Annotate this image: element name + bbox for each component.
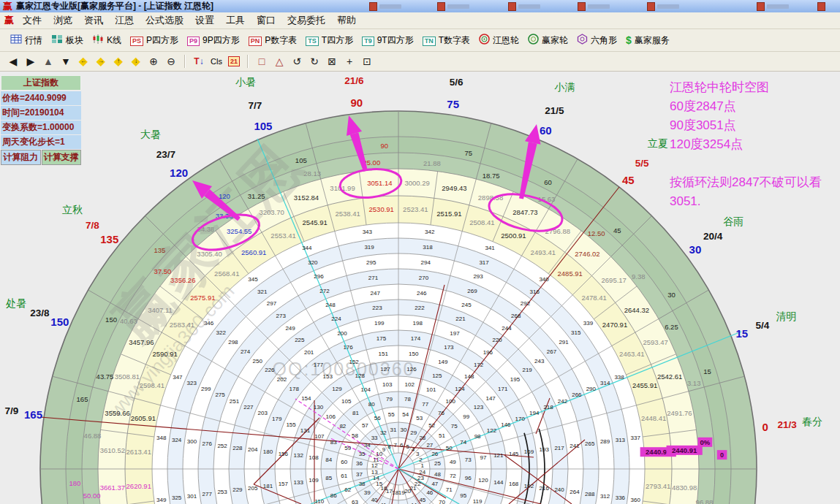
spiral-number: 289	[600, 438, 610, 445]
spiral-number: 272	[319, 288, 330, 294]
spiral-number: 149	[438, 359, 448, 365]
spiral-number: 30	[401, 427, 407, 433]
menu-item-3[interactable]: 江恩	[109, 15, 140, 26]
toolbar-button-六角形[interactable]: 六角形	[572, 32, 621, 48]
select-box-icon[interactable]: ⊠	[326, 55, 338, 68]
spiral-number: 218	[543, 404, 553, 411]
percent-label: 18.75	[483, 172, 500, 180]
zoom-in-icon[interactable]: ⊕	[148, 55, 159, 68]
price-label-inner: 2553.41	[270, 232, 295, 240]
spiral-number: 223	[372, 305, 382, 311]
rotate-ccw-icon[interactable]: ↺	[291, 55, 303, 68]
menu-item-0[interactable]: 文件	[17, 15, 48, 26]
spiral-number: 216	[540, 485, 550, 492]
percent-label: 46.88	[84, 432, 102, 440]
zoom-out-icon[interactable]: ⊖	[165, 55, 177, 68]
toolbar-button-赢家服务[interactable]: $赢家服务	[621, 33, 674, 48]
price-label-inner: 2455.91	[632, 381, 657, 389]
cls-button[interactable]: Cls	[211, 55, 222, 68]
spiral-number: 147	[485, 395, 496, 402]
page-down-icon[interactable]: ▼	[60, 55, 72, 68]
menu-item-4[interactable]: 公式选股	[140, 15, 189, 26]
triangle-tool-icon[interactable]: △	[273, 55, 285, 68]
spiral-number: 290	[586, 386, 597, 392]
spiral-number: 300	[187, 438, 197, 445]
spiral-number: 6	[400, 442, 404, 448]
menu-bar: 赢 文件浏览资讯江恩公式选股设置工具窗口交易委托帮助	[0, 12, 840, 29]
degree-ring-label: 75	[465, 149, 473, 157]
spiral-number: 267	[547, 348, 557, 355]
pan-right-icon[interactable]: ◆→	[95, 55, 107, 68]
spiral-number: 106	[325, 413, 336, 420]
price-label-outer: 2695.17	[602, 276, 627, 284]
spiral-number: 202	[277, 376, 287, 383]
menu-item-8[interactable]: 交易委托	[281, 15, 331, 26]
spiral-number: 108	[309, 454, 319, 461]
ps-badge-icon: PS	[130, 35, 143, 46]
toolbar-button-行情[interactable]: 行情	[6, 33, 47, 48]
kline-icon	[92, 34, 104, 46]
pointer-tool-icon[interactable]: ⊡	[361, 55, 373, 68]
nav-back-icon[interactable]: ◀	[7, 55, 19, 68]
square-tool-icon[interactable]: □	[256, 55, 268, 68]
calc-support-button[interactable]: 计算支撑	[42, 150, 82, 165]
spiral-number: 63	[352, 499, 358, 504]
background-app-artifact	[369, 2, 401, 11]
spiral-number: 38	[359, 481, 366, 487]
page-up-icon[interactable]: ▲	[42, 55, 54, 68]
spiral-number: 318	[423, 244, 433, 251]
spiral-number: 252	[217, 443, 227, 449]
menu-item-9[interactable]: 帮助	[331, 15, 362, 26]
spiral-number: 343	[363, 229, 373, 235]
spiral-number: 297	[267, 300, 277, 307]
spiral-number: 325	[172, 495, 182, 501]
background-app-artifact	[578, 2, 610, 11]
toolbar-button-T四方形[interactable]: TST四方形	[301, 33, 357, 48]
menu-item-2[interactable]: 资讯	[78, 15, 109, 26]
calc-resistance-button[interactable]: 计算阻力	[1, 150, 41, 165]
toolbar-button-K线[interactable]: K线	[88, 33, 126, 48]
spiral-number: 4	[412, 446, 415, 453]
pan-down-icon[interactable]: ◆↓	[130, 55, 142, 68]
date-label: 20/4	[703, 231, 723, 242]
toolbar-button-P数字表[interactable]: PNP数字表	[244, 33, 302, 48]
toolbar-button-9P四方形[interactable]: P99P四方形	[183, 33, 244, 48]
price-label-inner: 2493.41	[531, 248, 556, 256]
spiral-number: 291	[559, 339, 569, 345]
spiral-number: 288	[585, 491, 595, 497]
price-label-inner: 2613.41	[126, 448, 151, 456]
spiral-number: 82	[339, 423, 346, 429]
spiral-number: 37	[356, 471, 363, 478]
solar-term-label: 春分	[802, 416, 822, 427]
spiral-number: 171	[498, 386, 508, 392]
pan-left-icon[interactable]: ◆←	[77, 55, 89, 68]
solar-term-label: 立夏	[648, 137, 668, 149]
spiral-number: 25	[434, 460, 441, 467]
toolbar-button-板块[interactable]: 板块	[47, 33, 88, 48]
callout-arrow-head	[525, 124, 541, 145]
spiral-number: 101	[426, 386, 436, 393]
menu-item-1[interactable]: 浏览	[48, 15, 78, 26]
toolbar-button-9T四方形[interactable]: T99T四方形	[357, 33, 418, 48]
toolbar-button-P四方形[interactable]: PSP四方形	[126, 33, 183, 48]
calendar-icon[interactable]: 21	[228, 55, 240, 68]
toolbar-button-赢家轮[interactable]: 赢家轮	[523, 32, 572, 48]
time-price-icon[interactable]: T↓	[193, 55, 205, 68]
percent-label: 3.13	[687, 379, 701, 387]
spiral-number: 71	[446, 486, 453, 493]
background-app-artifact	[757, 2, 789, 11]
spiral-number: 109	[309, 477, 319, 484]
spiral-number: 222	[415, 305, 425, 311]
nav-forward-icon[interactable]: ▶	[25, 55, 37, 68]
rotate-cw-icon[interactable]: ↻	[309, 55, 320, 68]
spiral-number: 75	[451, 423, 458, 429]
price-label-inner: 2523.41	[403, 205, 428, 213]
spiral-number: 241	[570, 443, 580, 449]
menu-item-6[interactable]: 工具	[220, 15, 251, 26]
pan-up-icon[interactable]: ◆↑	[113, 55, 124, 68]
center-cross-icon[interactable]: +	[344, 55, 355, 68]
toolbar-button-T数字表[interactable]: TNT数字表	[418, 33, 474, 48]
menu-item-7[interactable]: 窗口	[251, 15, 281, 26]
menu-item-5[interactable]: 设置	[189, 15, 220, 26]
toolbar-button-江恩轮[interactable]: 江恩轮	[474, 32, 523, 48]
